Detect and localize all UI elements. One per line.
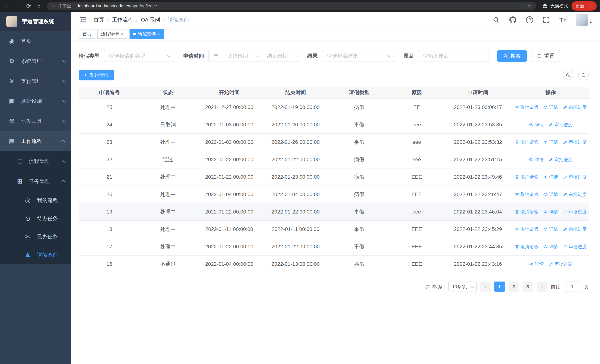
sidebar-item-process-management[interactable]: ≣ 流程管理 — [0, 151, 71, 171]
briefcase-icon: ▤ — [8, 138, 16, 145]
font-size-icon[interactable]: TT — [559, 17, 566, 23]
goto-page-input[interactable] — [564, 281, 580, 292]
action-detail-link[interactable]: 详情 — [543, 191, 558, 197]
user-icon: ♟ — [24, 251, 32, 259]
caret-down-icon[interactable]: ▾ — [590, 20, 592, 26]
sidebar-item-home[interactable]: ◉ 首页 — [0, 31, 71, 51]
reload-icon[interactable]: ⟳ — [24, 1, 33, 10]
action-progress-link[interactable]: 审批进度 — [563, 191, 587, 197]
action-detail-link[interactable]: 详情 — [543, 139, 558, 145]
sidebar-item-todo-tasks[interactable]: ⊙ 待办任务 — [0, 209, 71, 228]
table-search-toggle-button[interactable] — [562, 70, 573, 80]
action-progress-link[interactable]: 审批进度 — [563, 104, 587, 110]
cell-actions: 取消请假详情审批进度 — [512, 168, 589, 186]
leave-type-select[interactable]: 请选择请假类型 — [104, 50, 174, 62]
action-detail-link[interactable]: 详情 — [529, 122, 544, 128]
action-cancel-link[interactable]: 取消请假 — [515, 226, 538, 232]
update-button[interactable]: 更新 ⋮ — [572, 1, 597, 10]
action-progress-link[interactable]: 审批进度 — [563, 139, 587, 145]
action-detail-link[interactable]: 详情 — [543, 104, 558, 110]
breadcrumb-item[interactable]: 首页 — [94, 16, 104, 23]
table-refresh-button[interactable] — [578, 70, 589, 80]
page-size-select[interactable]: 10条/页 — [449, 281, 477, 292]
sidebar-item-label: 请假查询 — [37, 251, 58, 258]
menu-dots-icon[interactable]: ⋮ — [587, 3, 595, 9]
sidebar-item-label: 我的流程 — [37, 197, 58, 204]
search-icon[interactable] — [493, 16, 500, 23]
create-leave-button[interactable]: + 发起请假 — [79, 70, 114, 80]
action-cancel-link[interactable]: 取消请假 — [515, 244, 538, 250]
action-detail-link[interactable]: 详情 — [543, 209, 558, 215]
sidebar-item-dev-tools[interactable]: ⚒ 研发工具 — [0, 111, 71, 131]
forward-icon[interactable]: → — [14, 1, 23, 10]
help-icon[interactable]: ? — [526, 16, 533, 23]
incognito-icon — [542, 3, 548, 9]
user-avatar[interactable] — [576, 14, 588, 26]
action-progress-link[interactable]: 审批进度 — [563, 226, 587, 232]
page-button-2[interactable]: 2 — [508, 281, 519, 292]
table-row: 16不通过2022-01-04 00:00:002022-01-13 00:00… — [79, 255, 589, 273]
action-progress-link[interactable]: 审批进度 — [549, 157, 572, 163]
action-cancel-link[interactable]: 取消请假 — [515, 139, 538, 145]
pen-icon — [563, 105, 567, 110]
back-icon[interactable]: ← — [3, 1, 12, 10]
action-cancel-link[interactable]: 取消请假 — [515, 209, 538, 215]
cell-apply-id: 22 — [79, 151, 140, 168]
chevron-down-icon — [62, 99, 66, 103]
sidebar-item-workflow[interactable]: ▤ 工作流程 — [0, 131, 71, 151]
action-progress-link[interactable]: 审批进度 — [549, 261, 572, 267]
next-page-button[interactable]: › — [537, 281, 547, 292]
chat-icon: ◎ — [24, 197, 32, 204]
action-detail-link[interactable]: 详情 — [529, 261, 544, 267]
column-header: 开始时间 — [196, 87, 262, 99]
action-detail-link[interactable]: 详情 — [529, 157, 544, 163]
cell-end-time: 2022-01-26 00:00:00 — [262, 133, 329, 151]
action-label: 审批进度 — [569, 174, 587, 180]
sidebar-toggle-icon[interactable] — [79, 16, 87, 24]
bookmark-star-icon[interactable]: ☆ — [527, 3, 531, 9]
tab-item[interactable]: 首页 — [79, 29, 95, 39]
page-button-3[interactable]: 3 — [523, 281, 533, 292]
action-progress-link[interactable]: 审批进度 — [549, 122, 572, 128]
sidebar-item-task-management[interactable]: ⊞ 任务管理 — [0, 171, 71, 191]
warning-icon: ⚠ — [52, 3, 56, 9]
chevron-right-icon: › — [541, 283, 543, 290]
security-label[interactable]: 不安全 — [58, 3, 71, 9]
page-button-1[interactable]: 1 — [494, 281, 505, 292]
sidebar-item-my-process[interactable]: ◎ 我的流程 — [0, 191, 71, 209]
tab-item[interactable]: 流程详情× — [97, 29, 127, 39]
action-detail-link[interactable]: 详情 — [543, 244, 558, 250]
reset-button[interactable]: 重置 — [531, 50, 560, 62]
home-icon[interactable]: ⌂ — [35, 1, 43, 10]
sidebar-item-leave-query[interactable]: ♟ 请假查询 — [0, 246, 71, 264]
action-cancel-link[interactable]: 取消请假 — [515, 191, 538, 197]
action-progress-link[interactable]: 审批进度 — [563, 244, 587, 250]
action-detail-link[interactable]: 详情 — [543, 226, 558, 232]
result-select[interactable]: 请选择流结果 — [322, 50, 394, 62]
action-cancel-link[interactable]: 取消请假 — [515, 174, 538, 180]
breadcrumb-item[interactable]: OA 示例 — [141, 16, 160, 23]
action-progress-link[interactable]: 审批进度 — [563, 174, 587, 180]
search-button[interactable]: 搜索 — [497, 50, 527, 62]
fullscreen-icon[interactable] — [543, 16, 550, 23]
sidebar-item-system[interactable]: ⚙ 系统管理 — [0, 51, 71, 71]
address-bar[interactable]: ⚠ 不安全 dashboard.yudao.iocoder.cn/bpm/oa/… — [47, 2, 536, 10]
apply-time-range-picker[interactable]: 开始日期 - 结束日期 — [208, 50, 298, 62]
action-cancel-link[interactable]: 取消请假 — [515, 104, 538, 110]
action-detail-link[interactable]: 详情 — [543, 174, 558, 180]
breadcrumb-item[interactable]: 工作流程 — [112, 16, 133, 23]
tab-active[interactable]: 请假查询× — [130, 29, 164, 39]
github-icon[interactable] — [509, 16, 516, 23]
chevron-down-icon — [470, 285, 474, 288]
action-progress-link[interactable]: 审批进度 — [563, 209, 587, 215]
sidebar-item-payment[interactable]: ¥ 支付管理 — [0, 71, 71, 91]
close-icon[interactable]: × — [121, 32, 124, 36]
cell-start-time: 2022-01-22 00:00:00 — [196, 168, 262, 186]
sidebar-item-done-tasks[interactable]: ✂ 已办任务 — [0, 228, 71, 246]
close-icon[interactable]: × — [158, 32, 161, 36]
reason-input[interactable] — [418, 50, 488, 62]
table-header-row: 申请编号状态开始时间结束时间请假类型原因申请时间操作 — [79, 87, 589, 99]
prev-page-button[interactable]: ‹ — [480, 281, 491, 292]
tools-icon: ⚒ — [8, 118, 16, 125]
sidebar-item-infrastructure[interactable]: ▣ 基础设施 — [0, 91, 71, 111]
